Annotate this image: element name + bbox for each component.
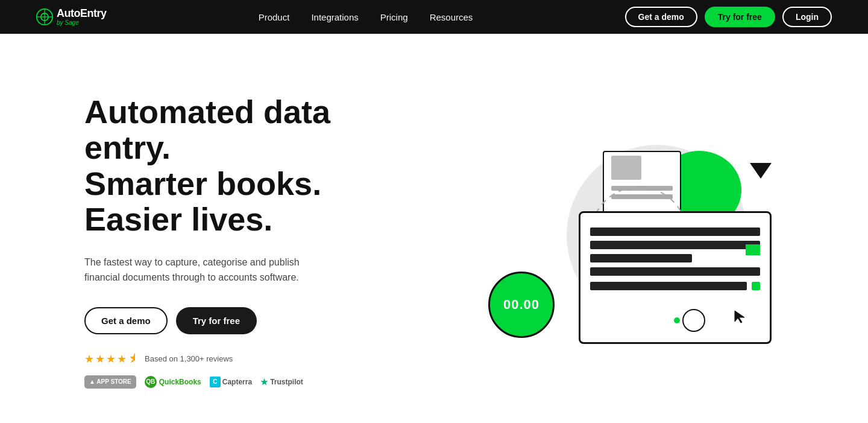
illus-triangle-icon bbox=[750, 163, 772, 179]
review-text: Based on 1,300+ reviews bbox=[145, 354, 233, 363]
main-nav: Product Integrations Pricing Resources bbox=[259, 12, 473, 22]
hero-buttons: Get a demo Try for free bbox=[84, 307, 362, 334]
illus-row-3 bbox=[590, 254, 692, 262]
nav-product[interactable]: Product bbox=[259, 12, 290, 22]
logo-brand: AutoEntry bbox=[57, 8, 107, 20]
illus-small-circle bbox=[682, 309, 705, 332]
illus-green-dot bbox=[674, 317, 680, 323]
illus-row-1 bbox=[590, 227, 760, 236]
illus-cursor-icon bbox=[734, 310, 746, 324]
hero-subtitle: The fastest way to capture, categorise a… bbox=[84, 255, 326, 285]
hero-illustration: 00.00 bbox=[482, 127, 784, 356]
illus-col-dot bbox=[752, 282, 760, 290]
hero-content: Automated data entry. Smarter books. Eas… bbox=[84, 94, 362, 389]
get-demo-button-nav[interactable]: Get a demo bbox=[625, 7, 697, 27]
navbar-actions: Get a demo Try for free Login bbox=[625, 7, 832, 27]
hero-section: Automated data entry. Smarter books. Eas… bbox=[0, 34, 868, 423]
capterra-logo: C Capterra bbox=[210, 375, 252, 389]
hero-title-line2: Smarter books. bbox=[84, 165, 321, 202]
try-free-button-nav[interactable]: Try for free bbox=[705, 7, 775, 27]
get-demo-button-hero[interactable]: Get a demo bbox=[84, 307, 168, 334]
star-half: ⯨ bbox=[128, 352, 139, 366]
login-button[interactable]: Login bbox=[782, 7, 832, 27]
illus-row-2-wrapper bbox=[590, 241, 760, 249]
quickbooks-review-logo: QB QuickBooks bbox=[145, 375, 201, 389]
star-2: ★ bbox=[95, 352, 105, 366]
illus-screen bbox=[580, 213, 770, 300]
star-4: ★ bbox=[117, 352, 127, 366]
logo-text: AutoEntry by Sage bbox=[57, 8, 107, 26]
try-free-button-hero[interactable]: Try for free bbox=[176, 307, 257, 334]
star-3: ★ bbox=[106, 352, 116, 366]
star-rating: ★ ★ ★ ★ ⯨ bbox=[84, 352, 139, 366]
trustpilot-star: ★ bbox=[260, 377, 268, 387]
nav-pricing[interactable]: Pricing bbox=[380, 12, 408, 22]
illus-bottom-rows bbox=[590, 282, 760, 290]
hero-title: Automated data entry. Smarter books. Eas… bbox=[84, 94, 362, 238]
nav-resources[interactable]: Resources bbox=[430, 12, 473, 22]
logo-sub: by Sage bbox=[57, 20, 107, 26]
illus-amount-badge: 00.00 bbox=[488, 272, 555, 338]
review-logos: ▲ APP STORE QB QuickBooks C Capterra ★ T… bbox=[84, 375, 362, 389]
illus-row-2 bbox=[590, 241, 760, 249]
illus-green-badge bbox=[746, 244, 760, 255]
illus-col-1 bbox=[590, 282, 747, 290]
capterra-icon: C bbox=[210, 377, 221, 387]
star-1: ★ bbox=[84, 352, 94, 366]
appstore-logo: ▲ APP STORE bbox=[84, 375, 136, 389]
illus-laptop bbox=[579, 211, 772, 344]
autoentry-logo-icon bbox=[36, 8, 53, 25]
hero-title-line1: Automated data entry. bbox=[84, 94, 330, 165]
logo: AutoEntry by Sage bbox=[36, 8, 107, 26]
hero-reviews: ★ ★ ★ ★ ⯨ Based on 1,300+ reviews bbox=[84, 352, 362, 366]
trustpilot-logo: ★ Trustpilot bbox=[260, 375, 303, 389]
illus-amount-text: 00.00 bbox=[503, 297, 539, 313]
illus-row-4 bbox=[590, 267, 760, 276]
hero-title-line3: Easier lives. bbox=[84, 201, 272, 237]
nav-integrations[interactable]: Integrations bbox=[311, 12, 358, 22]
navbar: AutoEntry by Sage Product Integrations P… bbox=[0, 0, 868, 34]
quickbooks-icon: QB bbox=[145, 376, 157, 388]
